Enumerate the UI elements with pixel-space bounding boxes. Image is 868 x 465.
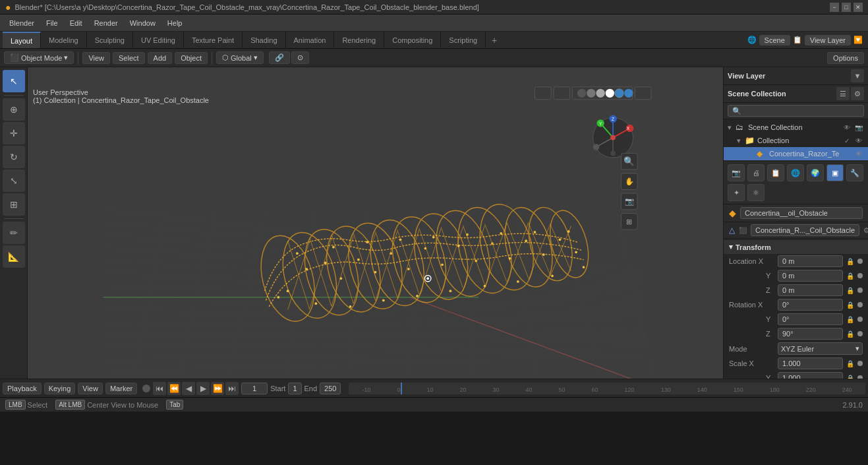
proportional-edit[interactable]: ⊙ xyxy=(291,51,309,64)
playback-button[interactable]: Playback xyxy=(3,383,42,394)
scene-collection-vis-btn[interactable]: 👁 xyxy=(842,122,852,133)
particles-properties-btn[interactable]: ✦ xyxy=(728,184,745,201)
object-data-selector[interactable]: Concertina_R..._Coil_Obstacle xyxy=(751,224,859,236)
measure-tool-button[interactable]: 📐 xyxy=(3,245,25,268)
menu-file[interactable]: File xyxy=(41,18,63,28)
record-button[interactable] xyxy=(142,385,150,392)
timeline-view-button[interactable]: View xyxy=(78,383,103,394)
view-layer-selector[interactable]: View Layer xyxy=(805,35,851,46)
tab-animation[interactable]: Animation xyxy=(286,32,335,48)
rotation-y-lock[interactable]: 🔒 xyxy=(846,315,855,324)
tab-layout[interactable]: Layout xyxy=(3,32,41,48)
menu-blender[interactable]: Blender xyxy=(4,18,40,28)
add-menu[interactable]: Add xyxy=(148,52,173,64)
collection-check-btn[interactable]: ✓ xyxy=(842,135,852,146)
physics-properties-btn[interactable]: ⚛ xyxy=(747,184,765,201)
select-menu[interactable]: Select xyxy=(113,52,145,64)
render-properties-btn[interactable]: 📷 xyxy=(728,164,745,181)
start-frame-input[interactable]: 1 xyxy=(288,383,301,394)
location-y-keyframe[interactable] xyxy=(857,273,863,278)
end-frame-input[interactable]: 250 xyxy=(320,383,341,394)
menu-window[interactable]: Window xyxy=(125,18,161,28)
minimize-button[interactable]: − xyxy=(830,3,839,12)
menu-help[interactable]: Help xyxy=(162,18,188,28)
scale-tool-button[interactable]: ⤡ xyxy=(3,170,25,192)
transform-section-header[interactable]: ▾ Transform xyxy=(724,240,868,254)
location-x-lock[interactable]: 🔒 xyxy=(846,257,855,266)
collection-vis-btn[interactable]: 👁 xyxy=(854,135,864,146)
scene-properties-btn[interactable]: 🌐 xyxy=(787,164,804,181)
tab-modeling[interactable]: Modeling xyxy=(41,32,87,48)
jump-start-button[interactable]: ⏮ xyxy=(153,382,166,395)
options-button[interactable]: Options xyxy=(827,52,864,64)
current-frame-input[interactable]: 1 xyxy=(241,383,268,394)
rotation-x-keyframe[interactable] xyxy=(857,302,863,307)
scale-x-keyframe[interactable] xyxy=(857,361,863,366)
marker-button[interactable]: Marker xyxy=(105,383,137,394)
snap-button[interactable]: 🔗 xyxy=(269,51,290,64)
maximize-button[interactable]: □ xyxy=(842,3,851,12)
rotation-x-lock[interactable]: 🔒 xyxy=(846,300,855,309)
outliner-item-collection[interactable]: ▾ 📁 Collection ✓ 👁 xyxy=(724,134,868,147)
rotation-z-lock[interactable]: 🔒 xyxy=(846,329,855,338)
location-z-keyframe[interactable] xyxy=(857,288,863,293)
tab-sculpting[interactable]: Sculpting xyxy=(87,32,133,48)
output-properties-btn[interactable]: 🖨 xyxy=(747,164,765,181)
keying-button[interactable]: Keying xyxy=(44,383,76,394)
rotation-x-value[interactable]: 0° xyxy=(778,299,843,311)
scale-y-value[interactable]: 1.000 xyxy=(778,372,843,379)
timeline-track[interactable]: -100102030405060 120130140150180220240 xyxy=(349,383,865,394)
tab-scripting[interactable]: Scripting xyxy=(441,32,486,48)
outliner-filter-button[interactable]: ☰ xyxy=(836,87,850,100)
view-menu[interactable]: View xyxy=(82,52,110,64)
rotation-z-keyframe[interactable] xyxy=(857,331,863,336)
scene-selector[interactable]: Scene xyxy=(759,35,790,46)
transform-selector[interactable]: ⬡ Global ▾ xyxy=(216,51,264,64)
scene-collection-render-btn[interactable]: 📷 xyxy=(854,122,864,133)
tab-texture-paint[interactable]: Texture Paint xyxy=(184,32,243,48)
transform-tool-button[interactable]: ⊞ xyxy=(3,193,25,216)
tab-compositing[interactable]: Compositing xyxy=(384,32,441,48)
scale-x-lock[interactable]: 🔒 xyxy=(846,359,855,368)
concertina-vis-btn[interactable]: 👁 xyxy=(854,148,864,159)
location-z-value[interactable]: 0 m xyxy=(778,284,843,296)
move-tool-button[interactable]: ✛ xyxy=(3,122,25,144)
play-reverse-button[interactable]: ◀ xyxy=(182,382,195,395)
play-button[interactable]: ▶ xyxy=(196,382,210,395)
rotation-y-value[interactable]: 0° xyxy=(778,313,843,325)
location-x-keyframe[interactable] xyxy=(857,259,863,264)
mode-selector[interactable]: ⬛ Object Mode ▾ xyxy=(4,51,74,64)
menu-render[interactable]: Render xyxy=(89,18,123,28)
outliner-item-concertina[interactable]: ▸ ◆ Concertina_Razor_Te 👁 xyxy=(724,147,868,160)
scale-y-lock[interactable]: 🔒 xyxy=(846,373,855,379)
view-layer-properties-btn[interactable]: 📋 xyxy=(767,164,784,181)
viewlayer-filter-btn[interactable]: ▼ xyxy=(851,69,864,82)
close-button[interactable]: ✕ xyxy=(854,3,863,12)
menu-edit[interactable]: Edit xyxy=(65,18,88,28)
location-y-lock[interactable]: 🔒 xyxy=(846,271,855,280)
object-name-input[interactable] xyxy=(740,207,863,219)
outliner-search-input[interactable] xyxy=(728,105,864,117)
cursor-tool-button[interactable]: ⊕ xyxy=(3,98,25,121)
location-x-value[interactable]: 0 m xyxy=(778,255,843,267)
rotation-mode-dropdown[interactable]: XYZ Euler ▾ xyxy=(778,342,863,355)
select-tool-button[interactable]: ↖ xyxy=(3,70,25,92)
tab-uv-editing[interactable]: UV Editing xyxy=(133,32,184,48)
jump-end-button[interactable]: ⏭ xyxy=(225,382,239,395)
step-forward-button[interactable]: ⏩ xyxy=(211,382,224,395)
tab-rendering[interactable]: Rendering xyxy=(334,32,384,48)
scale-x-value[interactable]: 1.000 xyxy=(778,357,843,369)
outliner-item-scene-collection[interactable]: ▾ 🗂 Scene Collection 👁 📷 xyxy=(724,121,868,134)
viewport[interactable]: User Perspective (1) Collection | Concer… xyxy=(28,67,723,379)
tab-shading[interactable]: Shading xyxy=(243,32,285,48)
step-back-button[interactable]: ⏪ xyxy=(167,382,181,395)
object-menu[interactable]: Object xyxy=(175,52,208,64)
location-z-lock[interactable]: 🔒 xyxy=(846,286,855,295)
annotate-tool-button[interactable]: ✏ xyxy=(3,222,25,244)
rotation-y-keyframe[interactable] xyxy=(857,317,863,322)
rotation-z-value[interactable]: 90° xyxy=(778,328,843,340)
rotate-tool-button[interactable]: ↻ xyxy=(3,146,25,168)
modifier-properties-btn[interactable]: 🔧 xyxy=(846,164,863,181)
outliner-settings-button[interactable]: ⚙ xyxy=(851,87,864,100)
add-workspace-button[interactable]: + xyxy=(486,32,503,48)
